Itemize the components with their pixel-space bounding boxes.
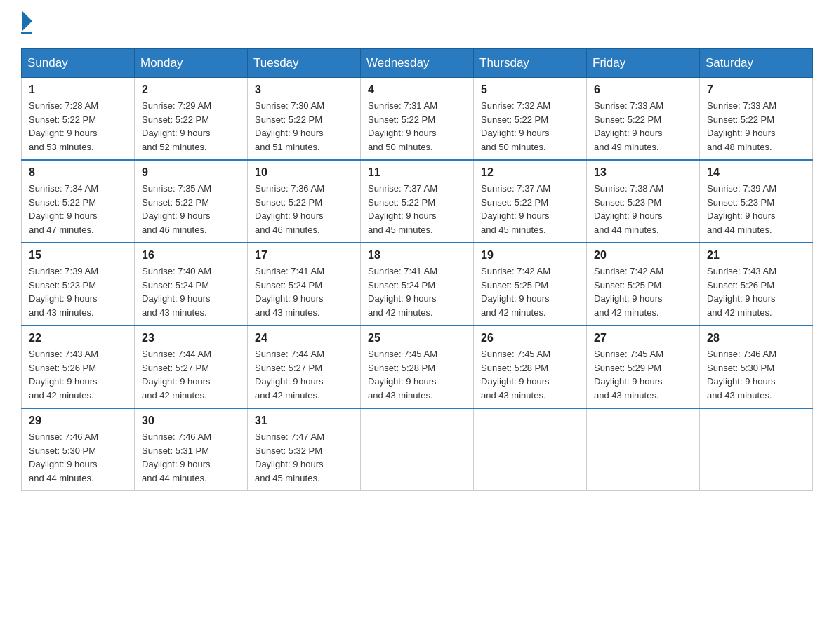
calendar-cell <box>361 408 474 491</box>
calendar-cell: 21 Sunrise: 7:43 AM Sunset: 5:26 PM Dayl… <box>700 243 813 326</box>
calendar-table: SundayMondayTuesdayWednesdayThursdayFrid… <box>21 48 813 491</box>
day-number: 30 <box>142 415 240 427</box>
calendar-cell: 18 Sunrise: 7:41 AM Sunset: 5:24 PM Dayl… <box>361 243 474 326</box>
weekday-header-row: SundayMondayTuesdayWednesdayThursdayFrid… <box>22 49 813 78</box>
calendar-cell: 15 Sunrise: 7:39 AM Sunset: 5:23 PM Dayl… <box>22 243 135 326</box>
calendar-cell: 19 Sunrise: 7:42 AM Sunset: 5:25 PM Dayl… <box>474 243 587 326</box>
day-number: 20 <box>594 249 692 262</box>
day-info: Sunrise: 7:44 AM Sunset: 5:27 PM Dayligh… <box>142 347 240 402</box>
calendar-cell: 3 Sunrise: 7:30 AM Sunset: 5:22 PM Dayli… <box>248 78 361 161</box>
day-number: 11 <box>368 166 466 179</box>
weekday-header-saturday: Saturday <box>700 49 813 78</box>
day-info: Sunrise: 7:36 AM Sunset: 5:22 PM Dayligh… <box>255 182 353 236</box>
day-info: Sunrise: 7:29 AM Sunset: 5:22 PM Dayligh… <box>142 99 240 154</box>
day-info: Sunrise: 7:46 AM Sunset: 5:30 PM Dayligh… <box>29 430 127 485</box>
day-number: 6 <box>594 83 692 96</box>
calendar-cell: 30 Sunrise: 7:46 AM Sunset: 5:31 PM Dayl… <box>135 408 248 491</box>
logo-underline <box>21 32 32 34</box>
day-info: Sunrise: 7:33 AM Sunset: 5:22 PM Dayligh… <box>594 99 692 154</box>
calendar-cell: 24 Sunrise: 7:44 AM Sunset: 5:27 PM Dayl… <box>248 326 361 408</box>
day-info: Sunrise: 7:28 AM Sunset: 5:22 PM Dayligh… <box>29 99 127 154</box>
day-number: 5 <box>481 83 579 96</box>
calendar-cell: 11 Sunrise: 7:37 AM Sunset: 5:22 PM Dayl… <box>361 160 474 243</box>
day-number: 16 <box>142 249 240 262</box>
calendar-cell <box>587 408 700 491</box>
day-info: Sunrise: 7:31 AM Sunset: 5:22 PM Dayligh… <box>368 99 466 154</box>
calendar-cell: 16 Sunrise: 7:40 AM Sunset: 5:24 PM Dayl… <box>135 243 248 326</box>
day-number: 10 <box>255 166 353 179</box>
calendar-cell: 20 Sunrise: 7:42 AM Sunset: 5:25 PM Dayl… <box>587 243 700 326</box>
calendar-cell: 29 Sunrise: 7:46 AM Sunset: 5:30 PM Dayl… <box>22 408 135 491</box>
day-number: 21 <box>707 249 805 262</box>
calendar-cell <box>700 408 813 491</box>
day-number: 8 <box>29 166 127 179</box>
weekday-header-tuesday: Tuesday <box>248 49 361 78</box>
calendar-cell: 12 Sunrise: 7:37 AM Sunset: 5:22 PM Dayl… <box>474 160 587 243</box>
week-row-5: 29 Sunrise: 7:46 AM Sunset: 5:30 PM Dayl… <box>22 408 813 491</box>
day-number: 26 <box>481 332 579 344</box>
day-number: 3 <box>255 83 353 96</box>
day-number: 24 <box>255 332 353 344</box>
calendar-cell: 17 Sunrise: 7:41 AM Sunset: 5:24 PM Dayl… <box>248 243 361 326</box>
calendar-cell: 31 Sunrise: 7:47 AM Sunset: 5:32 PM Dayl… <box>248 408 361 491</box>
calendar-cell: 5 Sunrise: 7:32 AM Sunset: 5:22 PM Dayli… <box>474 78 587 161</box>
day-info: Sunrise: 7:34 AM Sunset: 5:22 PM Dayligh… <box>29 182 127 236</box>
day-info: Sunrise: 7:30 AM Sunset: 5:22 PM Dayligh… <box>255 99 353 154</box>
calendar-cell: 1 Sunrise: 7:28 AM Sunset: 5:22 PM Dayli… <box>22 78 135 161</box>
weekday-header-friday: Friday <box>587 49 700 78</box>
calendar-cell: 27 Sunrise: 7:45 AM Sunset: 5:29 PM Dayl… <box>587 326 700 408</box>
calendar-cell: 9 Sunrise: 7:35 AM Sunset: 5:22 PM Dayli… <box>135 160 248 243</box>
week-row-1: 1 Sunrise: 7:28 AM Sunset: 5:22 PM Dayli… <box>22 78 813 161</box>
day-number: 17 <box>255 249 353 262</box>
day-info: Sunrise: 7:37 AM Sunset: 5:22 PM Dayligh… <box>481 182 579 236</box>
day-info: Sunrise: 7:45 AM Sunset: 5:29 PM Dayligh… <box>594 347 692 402</box>
day-number: 23 <box>142 332 240 344</box>
day-info: Sunrise: 7:44 AM Sunset: 5:27 PM Dayligh… <box>255 347 353 402</box>
calendar-cell: 28 Sunrise: 7:46 AM Sunset: 5:30 PM Dayl… <box>700 326 813 408</box>
day-info: Sunrise: 7:41 AM Sunset: 5:24 PM Dayligh… <box>255 264 353 319</box>
day-info: Sunrise: 7:42 AM Sunset: 5:25 PM Dayligh… <box>481 264 579 319</box>
day-info: Sunrise: 7:45 AM Sunset: 5:28 PM Dayligh… <box>481 347 579 402</box>
week-row-3: 15 Sunrise: 7:39 AM Sunset: 5:23 PM Dayl… <box>22 243 813 326</box>
day-number: 1 <box>29 83 127 96</box>
day-number: 7 <box>707 83 805 96</box>
day-number: 18 <box>368 249 466 262</box>
day-number: 22 <box>29 332 127 344</box>
day-info: Sunrise: 7:47 AM Sunset: 5:32 PM Dayligh… <box>255 430 353 485</box>
logo <box>21 14 32 34</box>
day-number: 25 <box>368 332 466 344</box>
day-info: Sunrise: 7:35 AM Sunset: 5:22 PM Dayligh… <box>142 182 240 236</box>
day-info: Sunrise: 7:43 AM Sunset: 5:26 PM Dayligh… <box>707 264 805 319</box>
day-number: 14 <box>707 166 805 179</box>
weekday-header-thursday: Thursday <box>474 49 587 78</box>
day-number: 27 <box>594 332 692 344</box>
calendar-cell: 22 Sunrise: 7:43 AM Sunset: 5:26 PM Dayl… <box>22 326 135 408</box>
calendar-cell: 23 Sunrise: 7:44 AM Sunset: 5:27 PM Dayl… <box>135 326 248 408</box>
calendar-cell: 2 Sunrise: 7:29 AM Sunset: 5:22 PM Dayli… <box>135 78 248 161</box>
day-number: 9 <box>142 166 240 179</box>
calendar-cell: 8 Sunrise: 7:34 AM Sunset: 5:22 PM Dayli… <box>22 160 135 243</box>
day-info: Sunrise: 7:46 AM Sunset: 5:31 PM Dayligh… <box>142 430 240 485</box>
day-number: 29 <box>29 415 127 427</box>
day-number: 4 <box>368 83 466 96</box>
weekday-header-monday: Monday <box>135 49 248 78</box>
day-number: 28 <box>707 332 805 344</box>
day-info: Sunrise: 7:45 AM Sunset: 5:28 PM Dayligh… <box>368 347 466 402</box>
calendar-cell: 7 Sunrise: 7:33 AM Sunset: 5:22 PM Dayli… <box>700 78 813 161</box>
calendar-cell: 14 Sunrise: 7:39 AM Sunset: 5:23 PM Dayl… <box>700 160 813 243</box>
day-info: Sunrise: 7:39 AM Sunset: 5:23 PM Dayligh… <box>29 264 127 319</box>
day-info: Sunrise: 7:39 AM Sunset: 5:23 PM Dayligh… <box>707 182 805 236</box>
day-number: 19 <box>481 249 579 262</box>
week-row-4: 22 Sunrise: 7:43 AM Sunset: 5:26 PM Dayl… <box>22 326 813 408</box>
day-info: Sunrise: 7:37 AM Sunset: 5:22 PM Dayligh… <box>368 182 466 236</box>
calendar-cell <box>474 408 587 491</box>
day-number: 15 <box>29 249 127 262</box>
weekday-header-sunday: Sunday <box>22 49 135 78</box>
day-info: Sunrise: 7:38 AM Sunset: 5:23 PM Dayligh… <box>594 182 692 236</box>
day-info: Sunrise: 7:33 AM Sunset: 5:22 PM Dayligh… <box>707 99 805 154</box>
calendar-cell: 26 Sunrise: 7:45 AM Sunset: 5:28 PM Dayl… <box>474 326 587 408</box>
logo-triangle-icon <box>22 11 32 31</box>
calendar-cell: 13 Sunrise: 7:38 AM Sunset: 5:23 PM Dayl… <box>587 160 700 243</box>
calendar-cell: 25 Sunrise: 7:45 AM Sunset: 5:28 PM Dayl… <box>361 326 474 408</box>
calendar-cell: 6 Sunrise: 7:33 AM Sunset: 5:22 PM Dayli… <box>587 78 700 161</box>
